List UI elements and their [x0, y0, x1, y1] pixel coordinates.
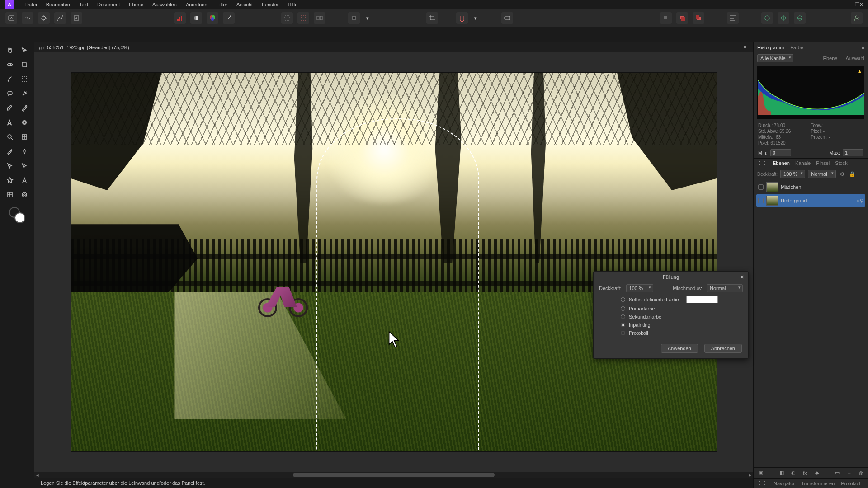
panel-expand-icon[interactable]: ▣	[757, 469, 764, 477]
autowb-button[interactable]	[223, 12, 235, 24]
canvas-viewport[interactable]	[34, 52, 753, 472]
document-tab-close-icon[interactable]: ✕	[741, 44, 749, 50]
horizontal-scrollbar[interactable]: ◂ ▸	[34, 472, 753, 478]
selection-c-button[interactable]	[314, 12, 326, 24]
star-tool[interactable]	[4, 174, 16, 186]
layer-opacity-field[interactable]: 100 %	[780, 170, 805, 178]
quickmask-button[interactable]	[348, 12, 360, 24]
move-tool[interactable]	[19, 44, 30, 56]
adjustment-add-icon[interactable]: ◐	[790, 469, 797, 477]
layer-row[interactable]: Hintergrund ▫ ⚲	[756, 194, 865, 207]
autocontrast-button[interactable]	[190, 12, 202, 24]
tab-kanaele[interactable]: Kanäle	[795, 160, 811, 166]
tab-navigator[interactable]: Navigator	[774, 481, 795, 486]
align-button[interactable]	[727, 12, 739, 24]
menu-item-ansicht[interactable]: Ansicht	[232, 0, 257, 9]
delete-layer-icon[interactable]: 🗑	[857, 469, 864, 477]
hand-tool[interactable]	[4, 44, 16, 56]
tab-farbe[interactable]: Farbe	[790, 45, 803, 50]
document-tab[interactable]: girl-535251_1920.jpg [Geändert] (75,0%) …	[34, 42, 753, 52]
target-tool[interactable]	[19, 189, 30, 201]
scroll-right-icon[interactable]: ▸	[747, 472, 753, 478]
crop-tool[interactable]	[19, 59, 30, 70]
vector-crop-tool[interactable]	[19, 131, 30, 143]
radio-inpainting[interactable]: Inpainting	[621, 322, 743, 328]
view-tool[interactable]	[4, 59, 16, 70]
tab-ebenen[interactable]: Ebenen	[773, 160, 790, 166]
pen-tool[interactable]	[4, 117, 16, 128]
histo-link-ebene[interactable]: Ebene	[823, 56, 838, 61]
dialog-close-icon[interactable]: ✕	[738, 273, 745, 281]
layer-fx-icon[interactable]: ⚙	[839, 170, 846, 178]
smudge-tool[interactable]	[19, 145, 30, 157]
fill-dialog[interactable]: Füllung ✕ Deckkraft: 100 % Mischmodus: N…	[593, 271, 749, 359]
layer-lock-icon[interactable]: 🔒	[849, 170, 856, 178]
primary-color-swatch[interactable]	[14, 212, 25, 223]
selection-b-button[interactable]	[297, 12, 309, 24]
stack-c-button[interactable]	[693, 12, 704, 24]
dialog-blend-select[interactable]: Normal	[707, 284, 743, 292]
menu-item-text[interactable]: Text	[75, 0, 93, 9]
layer-blend-select[interactable]: Normal	[808, 170, 836, 178]
account-button[interactable]	[851, 12, 863, 24]
layer-visibility-toggle[interactable]	[758, 184, 764, 190]
corner-tool[interactable]	[19, 160, 30, 172]
menu-item-datei[interactable]: Datei	[21, 0, 42, 9]
live-filter-icon[interactable]: ◆	[813, 469, 821, 477]
tab-pinsel[interactable]: Pinsel	[816, 160, 830, 166]
dialog-titlebar[interactable]: Füllung ✕	[594, 272, 748, 282]
channel-select[interactable]: Alle Kanäle	[757, 54, 793, 62]
radio-primary-color[interactable]: Primärfarbe	[621, 306, 743, 311]
scroll-left-icon[interactable]: ◂	[34, 472, 41, 478]
quickmask-dd-icon[interactable]: ▾	[364, 12, 371, 24]
scrollbar-thumb[interactable]	[293, 473, 494, 477]
zoom-tool[interactable]	[4, 131, 16, 143]
window-minimize-icon[interactable]: —	[850, 2, 855, 7]
menu-item-anordnen[interactable]: Anordnen	[181, 0, 212, 9]
radio-history[interactable]: Protokoll	[621, 330, 743, 336]
menu-item-auswaehlen[interactable]: Auswählen	[148, 0, 181, 9]
layer-row[interactable]: Mädchen	[756, 181, 865, 193]
crop-snap-button[interactable]	[426, 12, 438, 24]
menu-item-filter[interactable]: Filter	[212, 0, 232, 9]
snapping-button[interactable]	[456, 12, 468, 24]
custom-color-swatch[interactable]	[686, 296, 718, 303]
autocolors-button[interactable]	[207, 12, 218, 24]
cancel-button[interactable]: Abbrechen	[704, 344, 742, 353]
stack-a-button[interactable]	[660, 12, 672, 24]
color-replace-tool[interactable]	[19, 102, 30, 114]
selection-brush-tool[interactable]	[4, 73, 16, 85]
add-layer-icon[interactable]: ＋	[845, 469, 853, 477]
dialog-opacity-field[interactable]: 100 %	[626, 284, 653, 292]
snapping-dd-icon[interactable]: ▾	[472, 12, 479, 24]
menu-item-bearbeiten[interactable]: Bearbeiten	[42, 0, 75, 9]
persona-develop-button[interactable]	[38, 12, 50, 24]
mask-add-icon[interactable]: ◧	[778, 469, 785, 477]
fx-add-icon[interactable]: fx	[802, 469, 809, 477]
panel-menu-icon[interactable]: ≡	[862, 45, 864, 50]
histo-max-field[interactable]: 1	[843, 149, 863, 156]
radio-secondary-color[interactable]: Sekundärfarbe	[621, 314, 743, 319]
menu-item-fenster[interactable]: Fenster	[257, 0, 283, 9]
tab-protokoll[interactable]: Protokoll	[841, 481, 860, 486]
histo-link-auswahl[interactable]: Auswahl	[845, 56, 864, 61]
window-restore-icon[interactable]: ❐	[855, 2, 859, 8]
tab-transformieren[interactable]: Transformieren	[801, 481, 835, 486]
selection-a-button[interactable]	[281, 12, 293, 24]
tab-histogramm[interactable]: Histogramm	[757, 45, 784, 50]
apply-button[interactable]: Anwenden	[661, 344, 698, 353]
lasso-tool[interactable]	[4, 88, 16, 99]
healing-tool[interactable]	[19, 117, 30, 128]
eyedropper-tool[interactable]	[4, 145, 16, 157]
color-swatches[interactable]	[9, 207, 25, 223]
autolevels-button[interactable]	[174, 12, 186, 24]
menu-item-ebene[interactable]: Ebene	[124, 0, 148, 9]
text-tool[interactable]	[19, 174, 30, 186]
persona-photo-button[interactable]	[5, 12, 17, 24]
persona-tone-button[interactable]	[54, 12, 66, 24]
persona-export-button[interactable]	[71, 12, 82, 24]
preview-button[interactable]	[501, 12, 513, 24]
menu-item-hilfe[interactable]: Hilfe	[283, 0, 302, 9]
layer-visibility-toggle[interactable]	[758, 198, 764, 203]
marquee-tool[interactable]	[19, 73, 30, 85]
